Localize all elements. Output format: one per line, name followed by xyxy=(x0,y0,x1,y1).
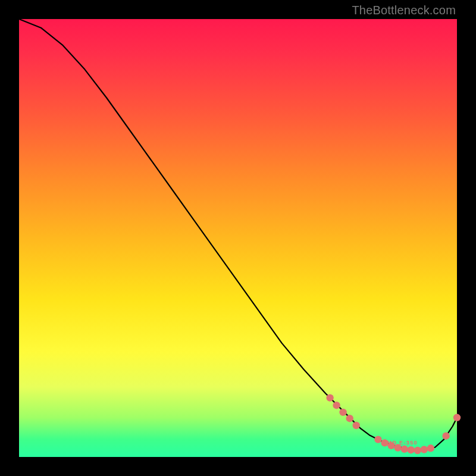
marker-dot xyxy=(427,444,434,452)
chart-frame: TheBottleneck.com AMD E-350 xyxy=(0,0,476,476)
marker-dot xyxy=(453,414,461,421)
marker-dot xyxy=(374,436,381,443)
marker-dot xyxy=(381,439,388,446)
marker-dot xyxy=(421,446,428,453)
marker-cluster xyxy=(326,394,461,454)
bottleneck-curve xyxy=(19,19,457,450)
marker-dot xyxy=(414,447,421,454)
marker-dot xyxy=(408,446,415,453)
marker-dot xyxy=(346,415,353,422)
curve-svg xyxy=(19,19,457,457)
watermark-text: TheBottleneck.com xyxy=(352,4,456,17)
marker-dot xyxy=(442,433,449,440)
marker-dot xyxy=(353,422,360,429)
marker-dot xyxy=(387,442,394,449)
plot-area: AMD E-350 xyxy=(19,19,457,457)
marker-dot xyxy=(401,446,408,453)
marker-dot xyxy=(394,444,401,451)
marker-dot xyxy=(326,394,333,401)
marker-dot xyxy=(333,402,340,409)
marker-dot xyxy=(339,409,346,416)
